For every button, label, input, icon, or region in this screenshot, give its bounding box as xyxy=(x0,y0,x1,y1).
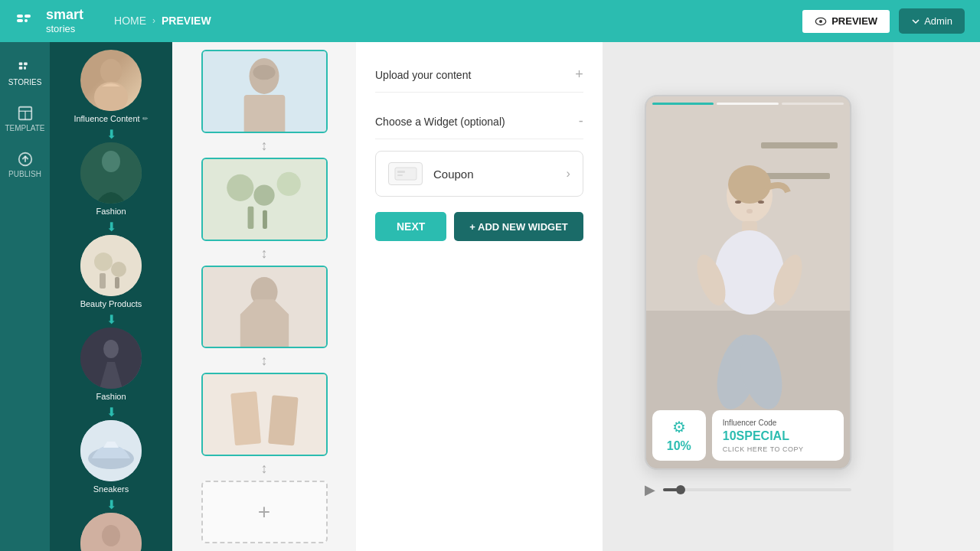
coupon-code-card[interactable]: Influencer Code 10SPECIAL CLICK HERE TO … xyxy=(712,410,844,461)
progress-seg-1 xyxy=(652,103,714,105)
play-button[interactable]: ▶ xyxy=(645,481,655,498)
edit-panel: Upload your content + Choose a Widget (o… xyxy=(356,42,603,551)
story-arrow-4: ⬇ xyxy=(106,406,116,419)
playback-track[interactable] xyxy=(663,488,851,491)
slide-item-3[interactable] xyxy=(201,266,328,349)
upload-label: Upload your content xyxy=(375,69,471,81)
svg-point-25 xyxy=(103,340,119,358)
phone-coupon-area: ⚙ 10% Influencer Code 10SPECIAL CLICK HE… xyxy=(652,410,844,461)
sidebar-item-publish[interactable]: PUBLISH xyxy=(0,142,50,187)
story-label-fashion1: Fashion xyxy=(96,207,126,216)
dropdown-icon xyxy=(911,17,920,26)
svg-point-55 xyxy=(715,230,784,315)
influencer-thumb-img xyxy=(80,50,142,111)
story-thumb-beauty xyxy=(80,235,142,296)
slide-1-img xyxy=(203,50,326,133)
breadcrumb-home[interactable]: HOME xyxy=(114,15,146,27)
admin-button[interactable]: Admin xyxy=(899,8,965,34)
svg-rect-39 xyxy=(263,210,267,229)
slide-3-img xyxy=(203,266,326,349)
topnav-left: smart stories HOME › PREVIEW xyxy=(15,8,211,34)
edit-icon: ✏ xyxy=(142,115,149,122)
playback-bar: ▶ xyxy=(645,481,851,498)
widget-label: Choose a Widget (optional) xyxy=(375,116,505,128)
slide-arrow-3: ↕ xyxy=(261,354,268,367)
sidebar-item-template[interactable]: TEMPLATE xyxy=(0,96,50,142)
story-item-fashion2[interactable]: Fashion xyxy=(57,328,165,401)
svg-point-60 xyxy=(735,201,741,204)
coupon-widget-card[interactable]: Coupon › xyxy=(375,151,583,197)
widget-chevron-icon: › xyxy=(566,167,570,181)
logo-text: smart stories xyxy=(46,8,83,34)
fashion3-thumb-img xyxy=(80,513,142,551)
slide-2-img xyxy=(203,158,326,241)
svg-rect-42 xyxy=(203,373,326,456)
story-thumb-fashion1 xyxy=(80,142,142,204)
story-item-fashion3[interactable]: Fashion xyxy=(57,513,165,551)
slide-item-1[interactable] xyxy=(201,50,328,133)
upload-row: Upload your content + xyxy=(375,57,583,93)
story-item-fashion1[interactable]: Fashion xyxy=(57,142,165,216)
svg-rect-50 xyxy=(761,142,838,148)
svg-point-36 xyxy=(253,185,274,206)
svg-rect-38 xyxy=(247,207,253,229)
story-item-influencer[interactable]: Influence Content ✏ xyxy=(57,50,165,123)
phone-progress-bar xyxy=(652,103,844,105)
logo-icon xyxy=(15,8,40,33)
svg-point-37 xyxy=(276,172,300,196)
svg-point-33 xyxy=(253,65,275,80)
slide-arrow-1: ↕ xyxy=(261,139,268,152)
svg-point-29 xyxy=(102,525,120,546)
story-thumb-sneakers xyxy=(80,420,142,481)
slide-arrow-2: ↕ xyxy=(261,246,268,260)
story-arrow-1: ⬇ xyxy=(106,129,116,141)
svg-rect-32 xyxy=(243,95,285,133)
widget-action[interactable]: - xyxy=(579,113,583,129)
story-arrow-2: ⬇ xyxy=(106,221,116,233)
story-item-sneakers[interactable]: Sneakers xyxy=(57,420,165,494)
phone-preview: ⚙ 10% Influencer Code 10SPECIAL CLICK HE… xyxy=(645,95,851,470)
svg-rect-44 xyxy=(268,395,299,445)
logo: smart stories xyxy=(15,8,83,34)
breadcrumb-separator: › xyxy=(152,15,155,26)
svg-rect-2 xyxy=(17,19,23,22)
template-icon xyxy=(17,105,34,122)
widget-card-left: Coupon xyxy=(388,162,474,185)
preview-button[interactable]: PREVIEW xyxy=(801,8,891,34)
topnav: smart stories HOME › PREVIEW PREVIEW Adm… xyxy=(0,0,980,42)
slide-item-4[interactable] xyxy=(201,373,328,456)
beauty-thumb-img xyxy=(80,235,142,296)
svg-rect-47 xyxy=(397,174,403,176)
sidebar-item-stories[interactable]: STORIES xyxy=(0,50,50,96)
coupon-percent-value: 10% xyxy=(667,439,691,453)
slide-strip: ↕ ↕ ↕ xyxy=(172,42,356,551)
topnav-right: PREVIEW Admin xyxy=(801,8,965,34)
coupon-icon-box xyxy=(388,162,423,185)
coupon-code-label: Influencer Code xyxy=(723,419,833,427)
svg-rect-7 xyxy=(24,63,28,66)
icon-sidebar: STORIES TEMPLATE PUBLISH xyxy=(0,42,50,551)
next-button[interactable]: NEXT xyxy=(375,212,446,241)
story-label-sneakers: Sneakers xyxy=(93,484,129,494)
progress-seg-3 xyxy=(782,103,844,105)
story-thumb-fashion2 xyxy=(80,328,142,389)
sneakers-thumb-img xyxy=(80,420,142,481)
svg-rect-6 xyxy=(18,63,22,66)
svg-rect-51 xyxy=(761,173,830,179)
svg-point-62 xyxy=(746,209,753,214)
slide-item-2[interactable] xyxy=(201,158,328,241)
eye-icon xyxy=(815,15,827,28)
playback-dot xyxy=(676,485,685,494)
story-thumb-fashion3 xyxy=(80,513,142,551)
svg-rect-22 xyxy=(100,273,106,289)
upload-action[interactable]: + xyxy=(575,67,583,83)
slide-add-button[interactable]: + xyxy=(201,481,328,543)
svg-point-15 xyxy=(100,59,122,83)
story-item-beauty[interactable]: Beauty Products xyxy=(57,235,165,308)
fashion2-thumb-img xyxy=(80,328,142,389)
add-widget-button[interactable]: + ADD NEW WIDGET xyxy=(454,212,583,241)
widget-row: Choose a Widget (optional) - xyxy=(375,104,583,139)
svg-point-21 xyxy=(111,262,126,277)
coupon-percent-card: ⚙ 10% xyxy=(652,410,706,461)
svg-rect-8 xyxy=(18,67,22,70)
